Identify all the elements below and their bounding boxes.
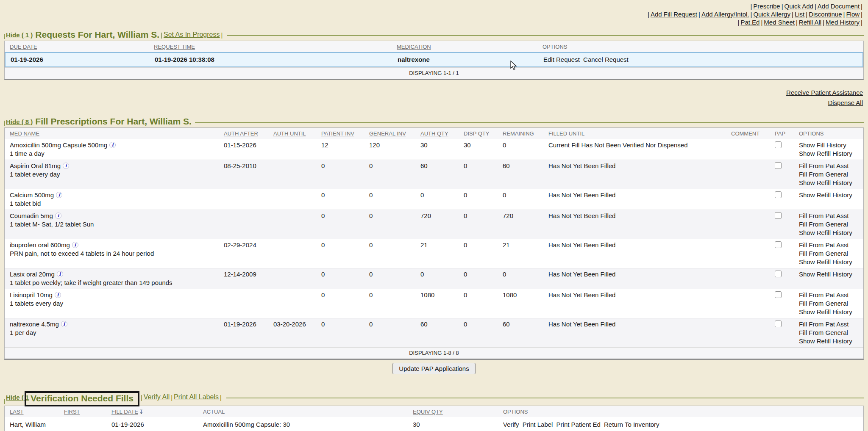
- verification-title: Verification Needed Fills: [31, 393, 134, 403]
- fills-table: MED NAME AUTH AFTER AUTH UNTIL PATIENT I…: [4, 127, 864, 360]
- fill-from-pat-asst-link[interactable]: Fill From Pat Asst: [799, 212, 860, 220]
- fills-displaying: DISPLAYING 1-8 / 8: [5, 347, 863, 359]
- show-fill-history-link[interactable]: Show Fill History: [799, 141, 860, 149]
- cancel-request-link[interactable]: Cancel Request: [583, 56, 629, 63]
- auth-qty-cell: 0: [415, 268, 459, 289]
- fill-from-general-link[interactable]: Fill From General: [799, 220, 860, 229]
- col-general-inv[interactable]: GENERAL INV: [364, 128, 415, 139]
- col-request-time[interactable]: REQUEST TIME: [149, 41, 392, 52]
- pap-checkbox[interactable]: [775, 191, 782, 198]
- link-flow[interactable]: Flow: [846, 11, 860, 18]
- pap-cell: [770, 189, 794, 210]
- request-row-selected[interactable]: 01-19-2026 01-19-2026 10:38:08 naltrexon…: [5, 52, 863, 67]
- col-med-name[interactable]: MED NAME: [5, 128, 219, 139]
- general-inv-cell: 0: [364, 189, 415, 210]
- dispense-all-link[interactable]: Dispense All: [828, 99, 863, 106]
- col-equiv-qty[interactable]: EQUIV QTY: [408, 406, 498, 417]
- col-comment: COMMENT: [726, 128, 770, 139]
- col-patient-inv[interactable]: PATIENT INV: [316, 128, 364, 139]
- info-icon[interactable]: i: [63, 163, 69, 169]
- first-name-cell: [59, 417, 106, 431]
- info-icon[interactable]: i: [61, 321, 67, 327]
- fill-from-general-link[interactable]: Fill From General: [799, 299, 860, 308]
- link-prescribe[interactable]: Prescribe: [753, 3, 780, 10]
- show-refill-history-link[interactable]: Show Refill History: [799, 149, 860, 158]
- disp-qty-cell: 0: [459, 289, 498, 318]
- fill-from-general-link[interactable]: Fill From General: [799, 170, 860, 179]
- pap-checkbox[interactable]: [775, 141, 782, 148]
- col-auth-qty[interactable]: AUTH QTY: [415, 128, 459, 139]
- link-list[interactable]: List: [795, 11, 804, 18]
- link-add-fill-request[interactable]: Add Fill Request: [651, 11, 697, 18]
- link-med-history[interactable]: Med History: [826, 19, 860, 26]
- auth-until-cell: 03-20-2026: [268, 318, 316, 347]
- link-quick-allergy[interactable]: Quick Allergy: [753, 11, 790, 18]
- fill-from-pat-asst-link[interactable]: Fill From Pat Asst: [799, 162, 860, 170]
- requests-hide-link[interactable]: Hide ( 1 ): [6, 31, 33, 39]
- remaining-cell: 0: [498, 268, 543, 289]
- print-patient-ed-link[interactable]: Print Patient Ed: [556, 421, 601, 428]
- link-discontinue[interactable]: Discontinue: [809, 11, 842, 18]
- verification-section: Hide ( 1 Verification Needed Fills | Ver…: [4, 390, 864, 431]
- show-refill-history-link[interactable]: Show Refill History: [799, 179, 860, 187]
- receive-patient-assistance-link[interactable]: Receive Patient Assistance: [786, 89, 863, 96]
- sort-descending-icon[interactable]: ↧: [139, 409, 144, 415]
- fill-from-pat-asst-link[interactable]: Fill From Pat Asst: [799, 291, 860, 299]
- pap-checkbox[interactable]: [775, 271, 782, 277]
- link-pat-ed[interactable]: Pat.Ed: [740, 19, 760, 26]
- col-last[interactable]: LAST: [5, 406, 59, 417]
- link-med-sheet[interactable]: Med Sheet: [764, 19, 795, 26]
- fill-from-general-link[interactable]: Fill From General: [799, 249, 860, 258]
- verify-all-link[interactable]: Verify All: [144, 393, 170, 401]
- fill-date-cell: 01-19-2026: [106, 417, 198, 431]
- show-refill-history-link[interactable]: Show Refill History: [799, 229, 860, 237]
- col-auth-until[interactable]: AUTH UNTIL: [268, 128, 316, 139]
- fieldset-corner: [4, 399, 5, 404]
- fill-date-sort-link[interactable]: FILL DATE: [111, 409, 138, 415]
- auth-qty-cell: 21: [415, 239, 459, 268]
- info-icon[interactable]: i: [55, 292, 61, 298]
- fills-title: Fill Prescriptions For Hart, William S.: [35, 116, 192, 127]
- info-icon[interactable]: i: [55, 213, 61, 219]
- pap-checkbox[interactable]: [775, 320, 782, 327]
- update-pap-applications-button[interactable]: Update PAP Applications: [392, 363, 475, 374]
- edit-request-link[interactable]: Edit Request: [543, 56, 580, 63]
- info-icon[interactable]: i: [56, 192, 62, 198]
- print-all-labels-link[interactable]: Print All Labels: [174, 393, 219, 401]
- auth-after-cell: 08-25-2010: [219, 160, 268, 189]
- link-add-allergy-intol[interactable]: Add Allergy/Intol.: [701, 11, 749, 18]
- link-quick-add[interactable]: Quick Add: [785, 3, 813, 10]
- verify-link[interactable]: Verify: [503, 421, 519, 428]
- info-icon[interactable]: i: [72, 242, 78, 248]
- col-auth-after[interactable]: AUTH AFTER: [219, 128, 268, 139]
- print-label-link[interactable]: Print Label: [523, 421, 553, 428]
- show-refill-history-link[interactable]: Show Refill History: [799, 191, 860, 199]
- toolbar-row-3: |Pat.Ed|Med Sheet|Refill All|Med History…: [4, 18, 864, 26]
- med-cell: Lasix oral 20mgi 1 tablet po weekly; tak…: [5, 268, 219, 289]
- show-refill-history-link[interactable]: Show Refill History: [799, 270, 860, 279]
- link-add-document[interactable]: Add Document: [818, 3, 860, 10]
- fill-from-pat-asst-link[interactable]: Fill From Pat Asst: [799, 241, 860, 249]
- col-due-date[interactable]: DUE DATE: [5, 41, 149, 52]
- highlight-box: Verification Needed Fills: [25, 391, 139, 406]
- link-refill-all[interactable]: Refill All: [799, 19, 821, 26]
- fill-from-general-link[interactable]: Fill From General: [799, 329, 860, 337]
- info-icon[interactable]: i: [109, 142, 116, 148]
- show-refill-history-link[interactable]: Show Refill History: [799, 258, 860, 266]
- med-cell: Amoxicillin 500mg Capsule 500mgi 1 time …: [5, 139, 219, 160]
- show-refill-history-link[interactable]: Show Refill History: [799, 308, 860, 316]
- pap-checkbox[interactable]: [775, 212, 782, 219]
- auth-qty-cell: 60: [415, 318, 459, 347]
- col-first[interactable]: FIRST: [59, 406, 106, 417]
- col-medication[interactable]: MEDICATION: [392, 41, 537, 52]
- fills-hide-link[interactable]: Hide ( 8 ): [6, 118, 33, 125]
- fill-from-pat-asst-link[interactable]: Fill From Pat Asst: [799, 320, 860, 329]
- info-icon[interactable]: i: [57, 271, 63, 277]
- set-as-in-progress-link[interactable]: Set As In Progress: [164, 31, 220, 39]
- pap-checkbox[interactable]: [775, 241, 782, 248]
- pap-checkbox[interactable]: [775, 291, 782, 298]
- med-sig: 1 tablet bid: [10, 199, 215, 208]
- pap-checkbox[interactable]: [775, 162, 782, 169]
- show-refill-history-link[interactable]: Show Refill History: [799, 337, 860, 345]
- return-to-inventory-link[interactable]: Return To Inventory: [604, 421, 659, 428]
